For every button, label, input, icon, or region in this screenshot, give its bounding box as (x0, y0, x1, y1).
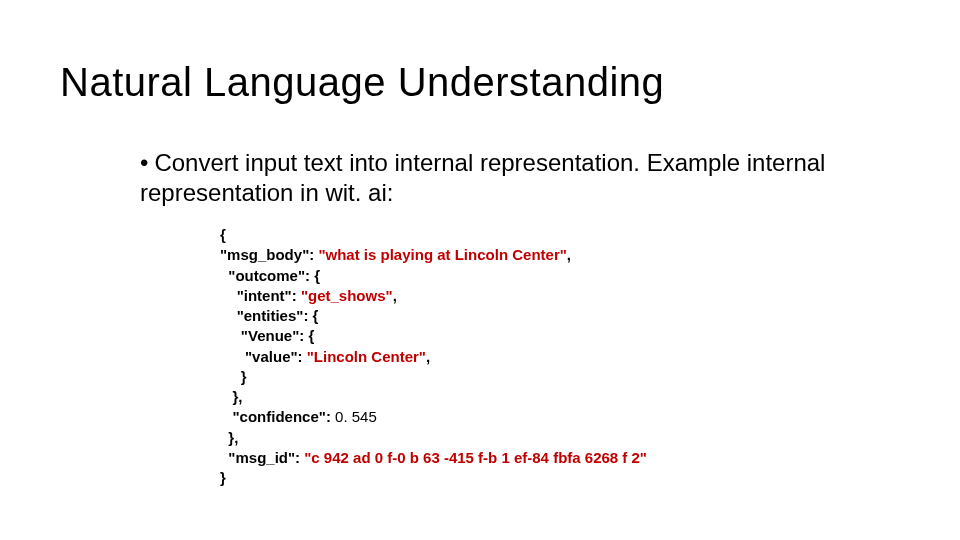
slide: Natural Language Understanding •Convert … (0, 0, 960, 540)
code-string: "get_shows" (301, 287, 393, 304)
code-string: "what is playing at Lincoln Center" (318, 246, 566, 263)
code-string: "c 942 ad 0 f-0 b 63 -415 f-b 1 ef-84 fb… (304, 449, 647, 466)
code-line: }, (220, 429, 238, 446)
code-key: "confidence": (220, 408, 335, 425)
slide-title: Natural Language Understanding (60, 60, 664, 105)
code-line: }, (220, 388, 243, 405)
code-key: "msg_body": (220, 246, 318, 263)
code-string: "Lincoln Center" (307, 348, 426, 365)
code-line: "Venue": { (220, 327, 314, 344)
code-line: } (220, 469, 226, 486)
code-line: } (220, 368, 247, 385)
code-line: "entities": { (220, 307, 318, 324)
code-punct: , (393, 287, 397, 304)
code-line: { (220, 226, 226, 243)
code-key: "value": (220, 348, 307, 365)
bullet-marker: • (140, 148, 148, 178)
code-number: 0. 545 (335, 408, 377, 425)
code-line: "outcome": { (220, 267, 320, 284)
code-key: "intent": (220, 287, 301, 304)
code-punct: , (567, 246, 571, 263)
bullet-item: •Convert input text into internal repres… (140, 148, 920, 208)
code-block: { "msg_body": "what is playing at Lincol… (220, 225, 647, 488)
code-key: "msg_id": (220, 449, 304, 466)
code-punct: , (426, 348, 430, 365)
bullet-text: Convert input text into internal represe… (140, 149, 825, 206)
